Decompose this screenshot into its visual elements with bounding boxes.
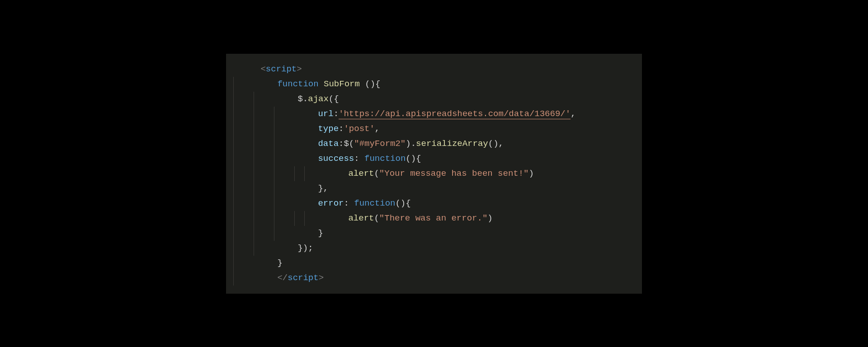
serialize-method: serializeArray	[416, 139, 488, 149]
code-line: </script>	[226, 271, 642, 286]
code-line: });	[226, 241, 642, 256]
alert-error-msg: "There was an error."	[379, 213, 487, 223]
brace-close: }	[318, 228, 323, 238]
alert-fn: alert	[348, 169, 374, 178]
tag-bracket: >	[319, 273, 324, 283]
tag-bracket: </	[277, 273, 288, 283]
tag-name: script	[288, 273, 318, 283]
code-editor[interactable]: <script> function SubForm (){ $.ajax({ u…	[226, 54, 642, 294]
alert-fn: alert	[348, 213, 374, 223]
alert-success-msg: "Your message has been sent!"	[379, 169, 529, 178]
ajax-close: });	[297, 243, 313, 253]
func-sig: (){	[360, 79, 381, 89]
